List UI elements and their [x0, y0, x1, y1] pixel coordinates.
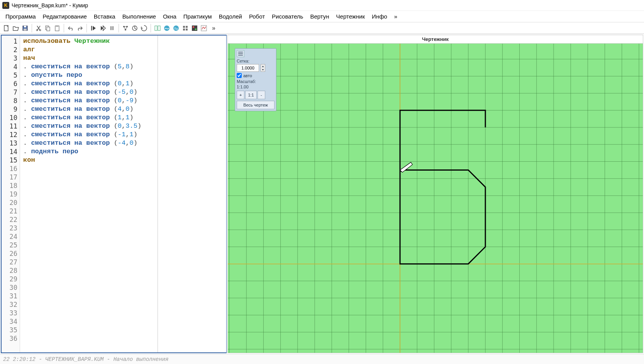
editor-vbar	[158, 36, 158, 352]
scale-label: Масштаб:	[237, 79, 275, 84]
fit-all-button[interactable]: Весь чертеж	[237, 101, 275, 109]
menu-item-7[interactable]: Робот	[246, 12, 268, 21]
menubar: ПрограммаРедактированиеВставкаВыполнение…	[0, 11, 644, 22]
plugin-2-icon[interactable]	[163, 24, 171, 32]
module-3-icon[interactable]	[140, 24, 148, 32]
menu-item-9[interactable]: Вертун	[307, 12, 332, 21]
canvas-panel: Чертежник Сетка: ▲▼ авто Масштаб: 1:1.00…	[227, 35, 643, 353]
code-area[interactable]: использовать Чертежникалгнач. сместиться…	[20, 36, 226, 352]
open-file-icon[interactable]	[12, 24, 20, 32]
svg-rect-18	[158, 26, 160, 30]
save-file-icon[interactable]	[21, 24, 29, 32]
menu-item-3[interactable]: Выполнение	[119, 12, 159, 21]
line-gutter: 1234567891011121314151617181920212223242…	[2, 36, 20, 352]
menu-item-8[interactable]: Рисователь	[269, 12, 306, 21]
undo-icon[interactable]	[66, 24, 75, 32]
app-icon: K	[2, 2, 9, 9]
menu-item-11[interactable]: Инфо	[369, 12, 390, 21]
svg-rect-27	[195, 29, 197, 30]
svg-rect-10	[91, 26, 92, 30]
module-2-icon[interactable]	[130, 24, 139, 32]
auto-checkbox[interactable]	[237, 73, 242, 78]
cut-icon[interactable]	[34, 24, 43, 32]
drawing-canvas	[228, 44, 643, 353]
titlebar: K Чертежник_Варя.kum* - Кумир	[0, 0, 644, 11]
svg-rect-29	[228, 44, 643, 353]
editor-panel: 1234567891011121314151617181920212223242…	[1, 35, 227, 353]
svg-rect-12	[112, 26, 114, 30]
menu-item-5[interactable]: Практикум	[180, 12, 215, 21]
canvas-controls: Сетка: ▲▼ авто Масштаб: 1:1.00 + 1:1 - В…	[235, 48, 276, 111]
zoom-in-button[interactable]: +	[237, 91, 244, 99]
plugin-6-icon[interactable]	[200, 24, 208, 32]
menu-item-6[interactable]: Водолей	[216, 12, 245, 21]
menu-item-10[interactable]: Чертежник	[333, 12, 368, 21]
window-title: Чертежник_Варя.kum* - Кумир	[12, 2, 88, 8]
plugin-1-icon[interactable]	[153, 24, 162, 32]
canvas-title: Чертежник	[228, 35, 643, 44]
auto-label: авто	[243, 73, 252, 78]
svg-rect-22	[186, 26, 188, 28]
plugin-5-icon[interactable]	[190, 24, 199, 32]
menu-item-12[interactable]: »	[391, 12, 400, 21]
plugin-3-icon[interactable]	[172, 24, 180, 32]
menu-item-4[interactable]: Окна	[160, 12, 180, 21]
svg-rect-7	[47, 27, 50, 31]
scale-value: 1:1.00	[237, 85, 275, 89]
pause-icon[interactable]	[108, 24, 116, 32]
svg-rect-17	[155, 26, 157, 30]
svg-rect-21	[183, 26, 185, 28]
copy-icon[interactable]	[44, 24, 52, 32]
plugin-4-icon[interactable]	[181, 24, 190, 32]
run-step-icon[interactable]	[98, 24, 107, 32]
zoom-out-button[interactable]: -	[258, 91, 265, 99]
menu-item-2[interactable]: Вставка	[91, 12, 119, 21]
paste-icon[interactable]	[53, 24, 61, 32]
redo-icon[interactable]	[76, 24, 84, 32]
new-file-icon[interactable]	[2, 24, 11, 32]
run-icon[interactable]	[89, 24, 98, 32]
menu-item-1[interactable]: Редактирование	[40, 12, 90, 21]
grid-label: Сетка:	[237, 59, 275, 63]
svg-rect-3	[24, 29, 27, 30]
menu-item-0[interactable]: Программа	[2, 12, 39, 21]
toolbar: »	[0, 22, 644, 34]
main-split: 1234567891011121314151617181920212223242…	[0, 34, 644, 354]
module-1-icon[interactable]	[121, 24, 130, 32]
canvas-body[interactable]: Сетка: ▲▼ авто Масштаб: 1:1.00 + 1:1 - В…	[228, 44, 643, 353]
toolbar-overflow[interactable]: »	[210, 25, 217, 32]
svg-rect-23	[183, 29, 185, 30]
svg-rect-26	[193, 26, 194, 28]
grid-spinner[interactable]: ▲▼	[261, 64, 265, 72]
zoom-reset-button[interactable]: 1:1	[245, 91, 256, 99]
code-editor[interactable]: 1234567891011121314151617181920212223242…	[2, 36, 226, 352]
svg-rect-2	[24, 26, 26, 27]
grid-value-input[interactable]	[237, 64, 259, 72]
hamburger-icon[interactable]	[237, 50, 244, 57]
status-bar: 22 2:20:12 - ЧЕРТЕЖНИК_ВАРЯ.KUM - Начало…	[0, 354, 644, 364]
svg-rect-24	[186, 29, 188, 30]
svg-rect-11	[110, 26, 112, 30]
svg-rect-9	[56, 25, 58, 27]
